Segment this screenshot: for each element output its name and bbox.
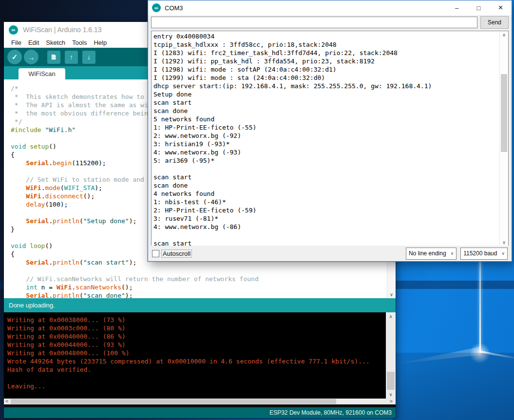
serial-scrollbar[interactable]: ∧ ∨ (499, 31, 508, 246)
verify-icon: ✓ (12, 53, 18, 61)
baud-rate-select[interactable]: 115200 baud ∨ (460, 248, 508, 260)
scroll-up-icon[interactable]: ∧ (386, 314, 396, 319)
text-line: 5: ari369 (-95)* (153, 156, 498, 165)
menu-edit[interactable]: Edit (25, 39, 42, 46)
save-sketch-button[interactable]: ↓ (82, 51, 95, 64)
text-line: 4: www.networx.bg (-86) (153, 223, 498, 231)
text-line: Leaving... (7, 382, 384, 390)
hscroll-thumb[interactable] (11, 399, 336, 404)
status-message: Done uploading. (9, 302, 55, 309)
text-line: dhcp server start:(ip: 192.168.4.1, mask… (153, 82, 498, 90)
arduino-logo-icon: ∞ (152, 3, 161, 12)
minimize-button[interactable]: – (446, 0, 468, 15)
desktop: ∞ WiFiScan | Arduino 1.6.13 File Edit Sk… (0, 0, 514, 420)
board-info-text: ESP32 Dev Module, 80MHz, 921600 on COM3 (269, 409, 392, 416)
line-ending-value: No line ending (409, 250, 446, 257)
text-line: 1: nbis-test (-46)* (153, 198, 498, 206)
text-line: 2: HP-Print-EE-ficeto (-59) (153, 206, 498, 214)
tab-wifiscan[interactable]: WiFiScan (19, 68, 65, 79)
text-line: Writing at 0x00044000... (93 %) (7, 341, 384, 349)
board-info-footer: ESP32 Dev Module, 80MHz, 921600 on COM3 (4, 407, 396, 418)
serial-send-input[interactable] (151, 17, 477, 28)
scroll-left-icon[interactable]: < (5, 399, 8, 404)
text-line: Setup done (153, 90, 498, 98)
ide-window-title: WiFiScan | Arduino 1.6.13 (23, 26, 102, 34)
text-line: Writing at 0x00040000... (86 %) (7, 332, 384, 341)
open-sketch-button[interactable]: ↑ (65, 51, 78, 64)
scroll-down-icon[interactable]: ∨ (387, 292, 396, 297)
text-line (7, 374, 384, 382)
status-bar: Done uploading. (4, 298, 396, 312)
text-line: tcpip_task_hdlxxx : 3ffd58cc, prio:18,st… (153, 40, 498, 49)
text-line: I (1283) wifi: frc2_timer_task_hdl:3ffd7… (153, 49, 498, 57)
close-button[interactable]: × (490, 0, 512, 15)
code-line: int n = WiFi.scanNetworks(); (11, 283, 387, 291)
text-line: 4 networks found (153, 190, 498, 198)
upload-button[interactable]: → (24, 50, 38, 64)
console-scroll-thumb[interactable] (387, 372, 395, 390)
text-line: I (1292) wifi: pp_task_hdl : 3ffda554, p… (153, 57, 498, 65)
save-sketch-icon: ↓ (87, 53, 91, 61)
serial-output-text: entry 0x40080034tcpip_task_hdlxxx : 3ffd… (153, 32, 498, 247)
serial-scroll-thumb[interactable] (501, 74, 507, 152)
text-line: Writing at 0x00048000... (100 %) (7, 349, 384, 357)
text-line: 2: www.networx.bg (-92) (153, 132, 498, 140)
serial-output-area[interactable]: entry 0x40080034tcpip_task_hdlxxx : 3ffd… (151, 31, 509, 247)
text-line (153, 231, 498, 239)
scroll-right-icon[interactable]: > (390, 399, 393, 404)
scroll-down-icon[interactable]: ∨ (500, 240, 508, 245)
scroll-up-icon[interactable]: ∧ (500, 32, 508, 38)
console-scrollbar[interactable]: ∧ ∨ (386, 312, 396, 399)
text-line: Hash of data verified. (7, 365, 384, 374)
serial-titlebar[interactable]: ∞ COM3 – □ × (148, 0, 512, 15)
text-line: scan done (153, 181, 498, 190)
text-line: 5 networks found (153, 115, 498, 123)
text-line: 3: hristian19 (-93)* (153, 140, 498, 148)
baud-rate-value: 115200 baud (463, 250, 497, 257)
text-line: scan start (153, 98, 498, 107)
menu-file[interactable]: File (8, 39, 25, 46)
text-line: Writing at 0x00038000... (73 %) (7, 316, 384, 324)
console-text: Writing at 0x00038000... (73 %)Writing a… (7, 316, 384, 390)
line-ending-select[interactable]: No line ending ∨ (406, 248, 457, 260)
console-hscrollbar[interactable]: < > (4, 399, 396, 404)
scroll-down-icon[interactable]: ∨ (386, 392, 396, 397)
serial-bottom-bar: Autoscroll No line ending ∨ 115200 baud … (148, 246, 512, 261)
code-line: Serial.println("scan done"); (11, 291, 387, 298)
text-line: Wrote 449264 bytes (233715 compressed) a… (7, 357, 384, 365)
maximize-button[interactable]: □ (468, 0, 490, 15)
menu-help[interactable]: Help (90, 39, 110, 46)
upload-console: Writing at 0x00038000... (73 %)Writing a… (4, 312, 396, 399)
text-line: 3: rusev71 (-81)* (153, 214, 498, 223)
text-line: entry 0x40080034 (153, 32, 498, 40)
send-button[interactable]: Send (480, 16, 509, 29)
wallpaper-floor-shade (393, 353, 514, 420)
serial-window-title: COM3 (165, 4, 446, 12)
text-line: I (1298) wifi: mode : softAP (24:0a:c4:0… (153, 65, 498, 74)
text-line: Writing at 0x0003c000... (80 %) (7, 324, 384, 332)
text-line: 4: www.networx.bg (-93) (153, 148, 498, 156)
new-sketch-button[interactable]: 🗎 (47, 51, 60, 64)
chevron-down-icon: ∨ (501, 251, 505, 256)
serial-monitor-window: ∞ COM3 – □ × Send entry 0x40080034tcpip_… (148, 0, 512, 262)
chevron-down-icon: ∨ (451, 251, 454, 256)
code-line (11, 267, 387, 275)
code-line: // WiFi.scanNetworks will return the num… (11, 275, 387, 283)
menu-tools[interactable]: Tools (69, 39, 90, 46)
serial-input-row: Send (148, 15, 512, 30)
wallpaper-light-beam (479, 262, 481, 353)
text-line: scan start (153, 173, 498, 181)
upload-icon: → (28, 53, 35, 61)
text-line: 1: HP-Print-EE-ficeto (-55) (153, 123, 498, 132)
text-line: I (1299) wifi: mode : sta (24:0a:c4:00:3… (153, 74, 498, 82)
autoscroll-checkbox[interactable] (152, 250, 159, 257)
new-sketch-icon: 🗎 (51, 53, 57, 61)
text-line (153, 165, 498, 173)
autoscroll-label: Autoscroll (162, 250, 191, 257)
arduino-logo-icon: ∞ (9, 25, 18, 35)
text-line: scan done (153, 107, 498, 115)
open-sketch-icon: ↑ (70, 53, 73, 61)
menu-sketch[interactable]: Sketch (42, 39, 69, 46)
verify-button[interactable]: ✓ (7, 50, 22, 64)
